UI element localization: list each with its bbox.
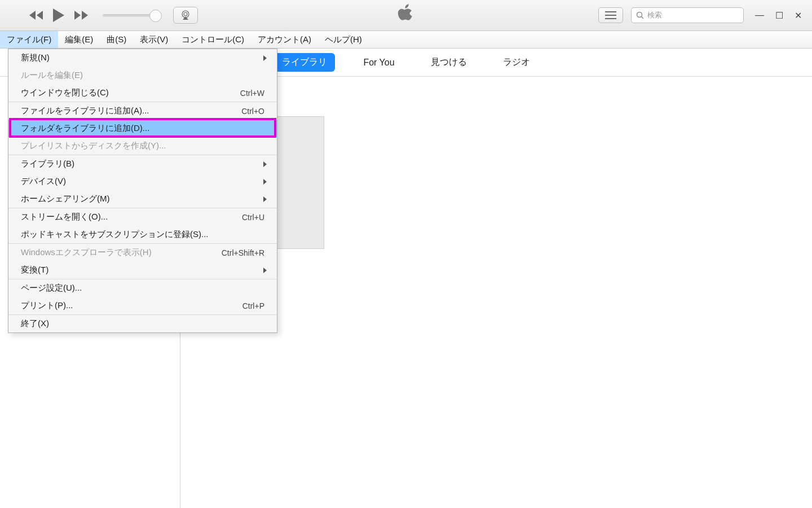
menu-item-label: 終了(X) [21, 318, 49, 329]
menu-item-label: プレイリストからディスクを作成(Y)... [21, 141, 166, 151]
search-input[interactable]: 検索 [631, 7, 744, 23]
menu-item-label: ファイルをライブラリに追加(A)... [21, 106, 149, 116]
list-view-button[interactable] [598, 7, 623, 23]
menu-6[interactable]: ヘルプ(H) [318, 31, 369, 48]
file-menu-item-6-0[interactable]: 終了(X) [8, 315, 277, 332]
menu-item-shortcut: Ctrl+P [242, 301, 264, 310]
menu-item-label: ウインドウを閉じる(C) [21, 87, 109, 98]
search-icon [636, 11, 644, 19]
file-menu-item-5-1[interactable]: プリント(P)...Ctrl+P [8, 297, 277, 314]
menu-item-shortcut: Ctrl+U [242, 213, 264, 222]
menu-item-label: 新規(N) [21, 52, 50, 63]
file-menu-item-5-0[interactable]: ページ設定(U)... [8, 279, 277, 297]
menu-0[interactable]: ファイル(F) [0, 31, 58, 48]
menubar: ファイル(F)編集(E)曲(S)表示(V)コントロール(C)アカウント(A)ヘル… [0, 31, 812, 49]
player-toolbar: 検索 — ☐ ✕ [0, 0, 812, 31]
menu-item-label: ホームシェアリング(M) [21, 194, 110, 204]
minimize-button[interactable]: — [755, 10, 764, 21]
playback-controls [28, 7, 198, 24]
tab-1[interactable]: For You [355, 54, 402, 71]
airplay-button[interactable] [173, 7, 198, 24]
tab-3[interactable]: ラジオ [495, 53, 538, 72]
search-placeholder: 検索 [647, 10, 662, 20]
menu-item-label: ルールを編集(E) [21, 70, 83, 81]
menu-5[interactable]: アカウント(A) [251, 31, 318, 48]
tab-2[interactable]: 見つける [423, 53, 475, 72]
file-menu-item-2-0[interactable]: ライブラリ(B) [8, 155, 277, 173]
volume-slider[interactable] [103, 14, 156, 17]
file-menu-item-1-1[interactable]: フォルダをライブラリに追加(D)... [8, 120, 277, 137]
menu-item-label: フォルダをライブラリに追加(D)... [21, 123, 149, 134]
file-menu-item-4-0: Windowsエクスプローラで表示(H)Ctrl+Shift+R [8, 244, 277, 261]
menu-item-label: ストリームを開く(O)... [21, 212, 108, 222]
file-menu-item-3-1[interactable]: ポッドキャストをサブスクリプションに登録(S)... [8, 226, 277, 243]
next-button[interactable] [73, 10, 89, 21]
menu-1[interactable]: 編集(E) [58, 31, 100, 48]
file-menu-item-2-2[interactable]: ホームシェアリング(M) [8, 190, 277, 208]
menu-item-label: Windowsエクスプローラで表示(H) [21, 247, 152, 258]
file-menu-item-0-1: ルールを編集(E) [8, 67, 277, 84]
file-menu-item-0-0[interactable]: 新規(N) [8, 49, 277, 67]
file-menu-item-4-1[interactable]: 変換(T) [8, 261, 277, 279]
apple-logo-icon [396, 3, 416, 28]
window-controls: — ☐ ✕ [755, 10, 802, 21]
play-button[interactable] [52, 7, 65, 23]
svg-line-3 [642, 17, 644, 19]
menu-item-shortcut: Ctrl+W [240, 89, 264, 98]
tab-0[interactable]: ライブラリ [274, 53, 335, 72]
previous-button[interactable] [28, 10, 44, 21]
file-menu-item-3-0[interactable]: ストリームを開く(O)...Ctrl+U [8, 208, 277, 226]
maximize-button[interactable]: ☐ [775, 10, 783, 21]
menu-item-shortcut: Ctrl+O [241, 107, 264, 116]
menu-2[interactable]: 曲(S) [100, 31, 133, 48]
file-menu-item-0-2[interactable]: ウインドウを閉じる(C)Ctrl+W [8, 84, 277, 102]
menu-item-label: デバイス(V) [21, 176, 66, 187]
menu-item-label: ライブラリ(B) [21, 159, 74, 169]
file-menu-item-1-2: プレイリストからディスクを作成(Y)... [8, 137, 277, 155]
svg-point-2 [637, 12, 642, 17]
menu-item-label: ポッドキャストをサブスクリプションに登録(S)... [21, 229, 209, 240]
file-menu-item-2-1[interactable]: デバイス(V) [8, 173, 277, 190]
file-menu-item-1-0[interactable]: ファイルをライブラリに追加(A)...Ctrl+O [8, 102, 277, 120]
menu-3[interactable]: 表示(V) [133, 31, 175, 48]
menu-item-label: ページ設定(U)... [21, 283, 82, 294]
menu-4[interactable]: コントロール(C) [175, 31, 251, 48]
close-button[interactable]: ✕ [795, 10, 802, 21]
menu-item-shortcut: Ctrl+Shift+R [222, 248, 264, 257]
menu-item-label: プリント(P)... [21, 300, 73, 311]
svg-point-0 [184, 12, 187, 16]
menu-item-label: 変換(T) [21, 265, 48, 275]
file-menu-dropdown: 新規(N)ルールを編集(E)ウインドウを閉じる(C)Ctrl+Wファイルをライブ… [8, 49, 277, 333]
